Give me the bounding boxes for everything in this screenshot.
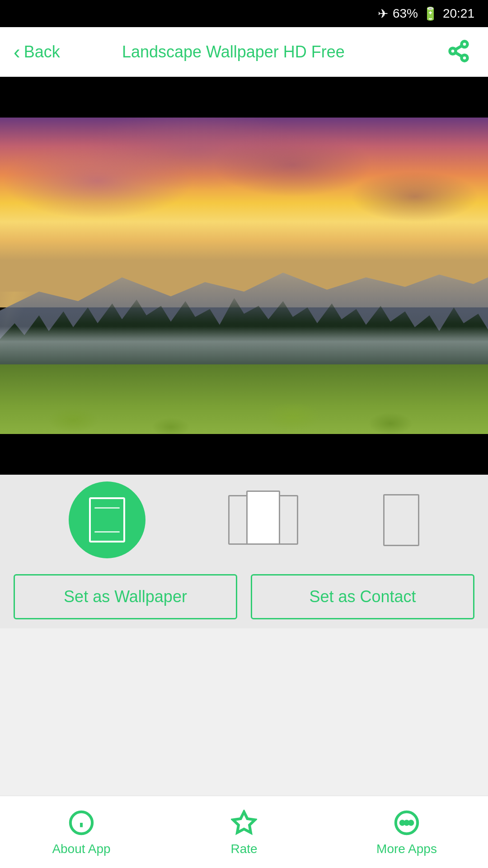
svg-marker-8: [233, 811, 255, 832]
format-portrait[interactable]: [383, 494, 419, 546]
set-wallpaper-button[interactable]: Set as Wallpaper: [14, 574, 237, 619]
page-title: Landscape Wallpaper HD Free: [24, 42, 443, 61]
info-icon: [67, 808, 96, 837]
share-icon: [447, 39, 470, 65]
set-contact-button[interactable]: Set as Contact: [251, 574, 474, 619]
action-buttons: Set as Wallpaper Set as Contact: [0, 565, 488, 628]
svg-point-2: [462, 55, 468, 61]
svg-line-4: [455, 46, 462, 50]
battery-icon: 🔋: [422, 6, 438, 21]
meadow-detail-layer: [0, 364, 488, 434]
more-apps-icon: [392, 808, 421, 837]
nav-more-label: More Apps: [376, 842, 437, 856]
bottom-navigation: About App Rate More Apps: [0, 796, 488, 868]
svg-point-0: [462, 41, 468, 47]
battery-percentage: 63%: [393, 6, 418, 21]
nav-rate[interactable]: Rate: [163, 808, 325, 856]
nav-about[interactable]: About App: [0, 808, 163, 856]
image-container: [0, 77, 488, 475]
toolbar: ‹ Back Landscape Wallpaper HD Free: [0, 27, 488, 77]
format-single[interactable]: [69, 481, 145, 558]
format-single-icon: [89, 497, 125, 542]
nav-rate-label: Rate: [230, 842, 257, 856]
fog-layer: [0, 326, 488, 364]
star-icon: [230, 808, 258, 837]
svg-point-12: [409, 821, 413, 824]
back-chevron-icon: ‹: [14, 42, 20, 62]
clock: 20:21: [443, 6, 474, 21]
format-options: [0, 475, 488, 565]
format-multi-icon: [228, 491, 300, 549]
nav-about-label: About App: [52, 842, 110, 856]
format-portrait-icon: [383, 494, 419, 546]
nav-more[interactable]: More Apps: [325, 808, 488, 856]
svg-point-1: [450, 48, 456, 54]
airplane-icon: ✈: [378, 6, 388, 21]
status-bar: ✈ 63% 🔋 20:21: [0, 0, 488, 27]
svg-point-10: [401, 821, 404, 824]
share-button[interactable]: [443, 36, 474, 68]
svg-line-3: [455, 52, 462, 57]
svg-point-11: [405, 821, 408, 824]
status-bar-content: ✈ 63% 🔋 20:21: [378, 6, 474, 21]
wallpaper-preview: [0, 118, 488, 434]
format-multi[interactable]: [228, 491, 300, 549]
panel-center: [246, 491, 280, 545]
